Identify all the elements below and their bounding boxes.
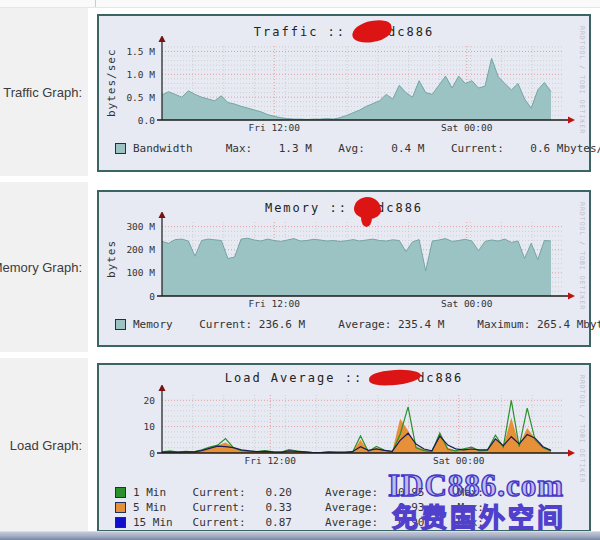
load-legend: 1 Min Current: 0.20 Average: 0.95 Max: 5…	[115, 485, 484, 530]
svg-text:200 M: 200 M	[126, 244, 155, 255]
monitoring-page: Traffic Graph: Memory Graph: Load Graph:…	[0, 0, 600, 540]
svg-text:0.0: 0.0	[138, 115, 155, 126]
bottom-bar	[0, 531, 600, 540]
svg-text:0: 0	[149, 291, 155, 302]
5min-legend-text: 5 Min Current: 0.33 Average: 0.93 Max:	[133, 501, 484, 514]
svg-text:1.5 M: 1.5 M	[126, 46, 155, 57]
load-legend-row-5min: 5 Min Current: 0.33 Average: 0.93 Max:	[115, 500, 484, 515]
memory-chart: 0100 M200 M300 MFri 12:00Sat 00:00	[107, 212, 583, 312]
traffic-chart: 0.00.5 M1.0 M1.5 MFri 12:00Sat 00:00	[107, 36, 583, 136]
1min-legend-text: 1 Min Current: 0.20 Average: 0.95 Max:	[133, 486, 484, 499]
load-chart: 01020Fri 12:00Sat 00:00	[107, 385, 583, 469]
svg-text:Fri 12:00: Fri 12:00	[249, 122, 301, 133]
memory-legend: Memory Current: 236.6 M Average: 235.4 M…	[115, 318, 600, 331]
svg-text:300 M: 300 M	[126, 221, 155, 232]
traffic-graph-panel[interactable]: Traffic ::dc886 RRDTOOL / TOBI OETIKER b…	[97, 14, 591, 172]
traffic-legend: Bandwidth Max: 1.3 M Avg: 0.4 M Current:…	[115, 142, 600, 155]
traffic-graph-label: Traffic Graph:	[3, 85, 82, 100]
bandwidth-swatch	[115, 143, 126, 154]
redaction-scribble	[354, 197, 381, 219]
1min-swatch	[115, 487, 126, 498]
traffic-legend-text: Bandwidth Max: 1.3 M Avg: 0.4 M Current:…	[133, 142, 600, 155]
svg-text:Fri 12:00: Fri 12:00	[245, 455, 297, 466]
load-graph-title: Load Average ::dc886	[99, 370, 589, 385]
svg-text:20: 20	[144, 395, 156, 406]
redaction-scribble	[369, 369, 422, 387]
load-graph-panel[interactable]: Load Average ::dc886 RRDTOOL / TOBI OETI…	[97, 363, 591, 532]
svg-text:100 M: 100 M	[126, 267, 155, 278]
memory-graph-label: Memory Graph:	[0, 260, 82, 275]
svg-text:Sat 00:00: Sat 00:00	[441, 298, 493, 309]
svg-text:Fri 12:00: Fri 12:00	[249, 298, 301, 309]
memory-swatch	[115, 319, 126, 330]
sidebar-row-load: Load Graph:	[0, 358, 88, 531]
load-legend-row-15min: 15 Min Current: 0.87 Average: 0.90 Max:	[115, 515, 484, 530]
load-legend-row-1min: 1 Min Current: 0.20 Average: 0.95 Max:	[115, 485, 484, 500]
15min-legend-text: 15 Min Current: 0.87 Average: 0.90 Max:	[133, 516, 484, 529]
15min-swatch	[115, 517, 126, 528]
sidebar-row-traffic: Traffic Graph:	[0, 8, 88, 176]
top-strip	[0, 0, 600, 8]
svg-text:0.5 M: 0.5 M	[126, 92, 155, 103]
svg-text:1.0 M: 1.0 M	[126, 69, 155, 80]
svg-text:0: 0	[149, 448, 155, 459]
memory-legend-text: Memory Current: 236.6 M Average: 235.4 M…	[133, 318, 600, 331]
load-title-host: dc886	[417, 371, 463, 385]
svg-text:Sat 00:00: Sat 00:00	[433, 455, 485, 466]
load-graph-label: Load Graph:	[10, 437, 82, 452]
5min-swatch	[115, 502, 126, 513]
sidebar-row-memory: Memory Graph:	[0, 182, 88, 352]
memory-graph-panel[interactable]: Memory ::dc886 RRDTOOL / TOBI OETIKER by…	[97, 190, 591, 347]
svg-text:10: 10	[144, 421, 156, 432]
load-title-prefix: Load Average ::	[225, 371, 363, 385]
top-strip-divider	[95, 0, 96, 7]
svg-text:Sat 00:00: Sat 00:00	[441, 122, 493, 133]
